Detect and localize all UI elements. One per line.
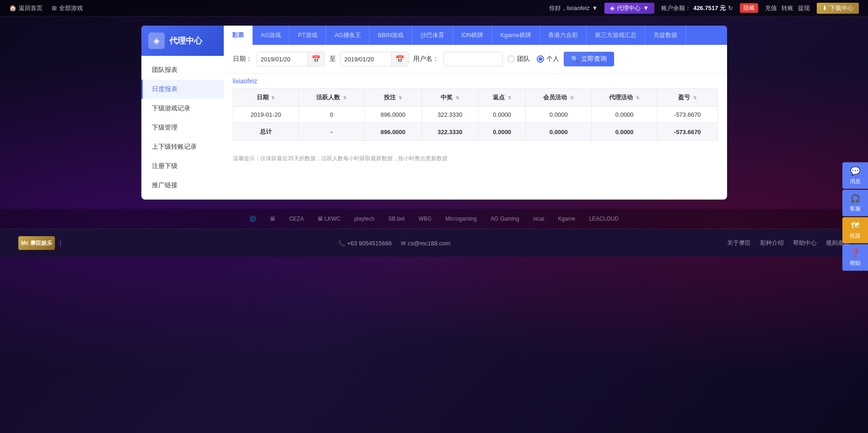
float-route-button[interactable]: 🗺 线路 — [842, 217, 868, 244]
calendar-to-icon[interactable]: 📅 — [391, 52, 408, 66]
recharge-button[interactable]: 充值 — [765, 4, 777, 12]
cell-total-win: 322.3330 — [421, 123, 478, 141]
search-icon: 🔍 — [571, 55, 579, 63]
col-header-active[interactable]: 活跃人数 ⇅ — [299, 89, 365, 107]
col-header-win[interactable]: 中奖 ⇅ — [421, 89, 478, 107]
phone-contact: 📞 +63 9054515666 — [338, 240, 392, 247]
action-buttons: 充值 转账 提现 — [765, 4, 810, 12]
col-header-rebate[interactable]: 返点 ⇅ — [479, 89, 526, 107]
all-games-nav-item[interactable]: ⊞ 全部游戏 — [52, 4, 83, 12]
footer-logos: 🌐 🏛 CEZA 🏛 LKWC playtech SB.bet WBG Micr… — [0, 209, 868, 229]
all-games-label: 全部游戏 — [59, 4, 83, 12]
col-header-date[interactable]: 日期 ⇅ — [233, 89, 299, 107]
agent-icon: ◈ — [610, 5, 615, 11]
main-container: ◈ 代理中心 团队报表 日度报表 下级游戏记录 下级管理 上下级转账记录 注册下… — [141, 26, 727, 200]
home-label: 返回首页 — [19, 4, 43, 12]
date-to-input-wrap: 📅 — [340, 52, 409, 66]
logo-ag: AG Gaming — [491, 216, 519, 222]
logo-lkwc: 🏛 LKWC — [318, 216, 340, 222]
tab-lottery[interactable]: 彩票 — [224, 26, 253, 45]
sidebar-item-promo-link[interactable]: 推广链接 — [141, 176, 224, 195]
tab-ag-fish[interactable]: AG捕鱼王 — [326, 26, 370, 45]
cell-bet: 896.0000 — [365, 107, 421, 123]
tab-deposit-data[interactable]: 充提数据 — [645, 26, 686, 45]
logo-sbobet: SB.bet — [388, 216, 405, 222]
sidebar-item-team-report[interactable]: 团队报表 — [141, 60, 224, 80]
home-nav-item[interactable]: 🏠 返回首页 — [9, 4, 43, 12]
sort-rebate-icon: ⇅ — [508, 96, 512, 100]
hidden-button[interactable]: 隐藏 — [740, 3, 758, 13]
agent-chevron-icon: ▼ — [643, 5, 649, 11]
sidebar-item-management[interactable]: 下级管理 — [141, 118, 224, 137]
tab-sports[interactable]: 沙巴体育 — [412, 26, 453, 45]
sidebar-item-label: 下级管理 — [152, 124, 178, 131]
sort-active-icon: ⇅ — [343, 96, 347, 100]
user-greeting[interactable]: 你好，lixiaofeiz ▼ — [549, 4, 598, 12]
col-header-bet[interactable]: 投注 ⇅ — [365, 89, 421, 107]
date-from-input[interactable] — [257, 52, 307, 66]
col-header-member-activity[interactable]: 会员活动 ⇅ — [526, 89, 592, 107]
footer-link-lottery[interactable]: 彩种介绍 — [760, 239, 784, 247]
withdraw-button[interactable]: 提现 — [798, 4, 810, 12]
phone-number: +63 9054515666 — [347, 240, 392, 247]
col-header-agent-activity[interactable]: 代理活动 ⇅ — [592, 89, 658, 107]
home-icon: 🏠 — [9, 5, 16, 11]
sidebar-title: 代理中心 — [169, 35, 202, 46]
sidebar-item-label: 上下级转账记录 — [152, 143, 197, 150]
phone-icon: 📞 — [338, 240, 345, 247]
sidebar-item-game-records[interactable]: 下级游戏记录 — [141, 99, 224, 118]
calendar-from-icon[interactable]: 📅 — [307, 52, 324, 66]
tab-third-party[interactable]: 第三方游戏汇总 — [587, 26, 645, 45]
team-radio-circle — [507, 55, 515, 63]
footer-link-about[interactable]: 关于摩臣 — [727, 239, 751, 247]
balance-info: 账户余额： 426.7517 元 ↻ — [661, 4, 733, 12]
float-service-button[interactable]: 🎧 客服 — [842, 190, 868, 216]
service-label: 客服 — [850, 205, 861, 213]
message-label: 消息 — [850, 178, 861, 185]
username-input[interactable] — [443, 52, 503, 66]
float-help-button[interactable]: ❓ 帮助 — [842, 244, 868, 271]
team-radio[interactable]: 团队 — [507, 55, 530, 63]
help-label: 帮助 — [850, 260, 861, 267]
footer-link-help[interactable]: 帮助中心 — [793, 239, 817, 247]
personal-radio[interactable]: 个人 — [537, 55, 559, 63]
sidebar-item-register-sub[interactable]: 注册下级 — [141, 157, 224, 176]
sidebar-item-transfer-records[interactable]: 上下级转账记录 — [141, 137, 224, 157]
refresh-icon[interactable]: ↻ — [728, 5, 733, 11]
transfer-button[interactable]: 转账 — [782, 4, 793, 12]
tab-bbin[interactable]: BBIN游戏 — [370, 26, 412, 45]
table-container: 日期 ⇅ 活跃人数 ⇅ 投注 ⇅ 中奖 ⇅ — [224, 88, 727, 150]
service-icon: 🎧 — [850, 194, 860, 204]
cell-total-bet: 896.0000 — [365, 123, 421, 141]
date-to-input[interactable] — [341, 52, 391, 66]
warning-text: 温馨提示：仅保留最近35天的数据；活跃人数每小时获取最新数据，按小时整点更新数据 — [224, 150, 727, 167]
query-button[interactable]: 🔍 立即查询 — [564, 52, 614, 66]
sort-agent-icon: ⇅ — [636, 96, 640, 100]
table-row: 2019-01-20 0 896.0000 322.3330 0.0000 0.… — [233, 107, 717, 123]
sidebar-item-daily-report[interactable]: 日度报表 — [141, 80, 224, 99]
tab-idn[interactable]: IDN棋牌 — [453, 26, 492, 45]
sidebar-logo-icon: ◈ — [153, 36, 160, 46]
col-header-profit-loss[interactable]: 盈亏 ⇅ — [658, 89, 717, 107]
agent-center-button[interactable]: ◈ 代理中心 ▼ — [604, 3, 654, 14]
sort-date-icon: ⇅ — [271, 96, 275, 100]
route-icon: 🗺 — [851, 221, 859, 231]
tab-pt[interactable]: PT游戏 — [290, 26, 326, 45]
download-center-button[interactable]: ⬇ 下载中心 — [817, 3, 859, 14]
logo-playtech: playtech — [354, 216, 375, 222]
tab-hklottery[interactable]: 香港六合彩 — [540, 26, 587, 45]
logo-leacloud: LEACLOUD — [589, 216, 619, 222]
sidebar-item-label: 团队报表 — [152, 66, 178, 73]
cell-active: 0 — [299, 107, 365, 123]
message-icon: 💬 — [850, 166, 860, 176]
tab-kgame[interactable]: Kgame棋牌 — [492, 26, 539, 45]
tab-ag[interactable]: AG游戏 — [253, 26, 290, 45]
balance-label: 账户余额： — [661, 4, 691, 12]
current-user-display: lixiaofeiz — [224, 74, 727, 88]
email-icon: ✉ — [401, 240, 406, 247]
sort-bet-icon: ⇅ — [399, 96, 402, 100]
float-message-button[interactable]: 💬 消息 — [842, 162, 868, 189]
route-label: 线路 — [850, 232, 861, 240]
sort-win-icon: ⇅ — [456, 96, 459, 100]
download-icon: ⬇ — [822, 5, 827, 11]
